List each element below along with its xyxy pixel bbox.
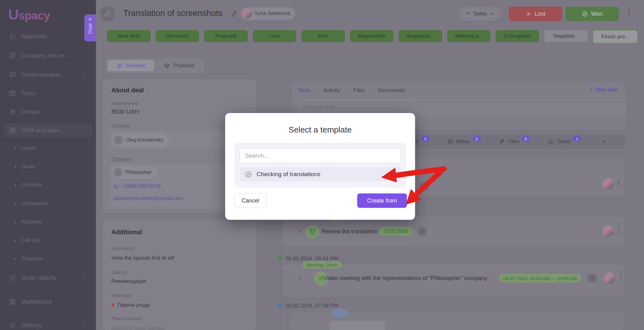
tab-activity[interactable]: Activity	[323, 87, 340, 94]
paperclip-icon	[499, 138, 505, 145]
task-due-chip: 25.01.2024	[379, 227, 413, 236]
sidebar-item-marketplace[interactable]: Marketplace	[9, 297, 88, 307]
timeline-card-file[interactable]: File	[291, 313, 624, 330]
sidebar-item-settings[interactable]: Settings	[9, 320, 88, 330]
stage-discovery[interactable]: Discovery	[156, 30, 199, 42]
drag-handle-icon[interactable]: =	[419, 181, 429, 191]
stage-meeting[interactable]: Meeting s...	[447, 30, 491, 42]
filter-lines-icon	[465, 11, 471, 17]
deal-amount-value[interactable]: 8500 UAH	[111, 108, 139, 115]
filter-chip-notes[interactable]: Notes 2	[447, 138, 481, 145]
stage-lost[interactable]: Lost	[253, 30, 297, 42]
filter-chip-partial[interactable]: s 3	[416, 138, 429, 145]
card-more-menu[interactable]	[618, 181, 619, 187]
assignee-avatar[interactable]	[602, 225, 614, 237]
deal-amount-label: Deal amount	[111, 100, 138, 106]
assignee-avatar[interactable]	[602, 178, 614, 190]
sidebar-item-activities[interactable]: Activities	[14, 218, 87, 226]
stage-finish[interactable]: Finish pro...	[593, 30, 638, 43]
gear-icon	[9, 322, 16, 329]
sidebar-item-communication[interactable]: Communication ...	[9, 70, 88, 80]
drag-handle-icon[interactable]: =	[587, 273, 597, 283]
source-value[interactable]: Рекомендація	[111, 278, 146, 284]
timeline-card-meeting[interactable]: Meeting: Done Video meeting with the rep…	[283, 264, 624, 296]
tab-documents[interactable]: Documents	[378, 87, 405, 94]
calendar-check-icon	[9, 89, 16, 97]
email-link[interactable]: philosopher.work@gmail.com	[113, 195, 183, 202]
uspacy-logo[interactable]: Uspacy	[8, 6, 50, 23]
meeting-status-chip: Meeting: Done	[303, 261, 341, 268]
template-search-input[interactable]	[240, 148, 401, 163]
owner-name: Iryna Serbeniuk	[255, 11, 290, 16]
expand-chevron-icon[interactable]	[297, 275, 303, 281]
expand-chevron-icon[interactable]	[297, 228, 303, 234]
feed-filter-bar: s 3 Notes 2 Files 5 Tasks 1	[395, 134, 626, 149]
sidebar-item-call-log[interactable]: Call log	[14, 236, 87, 245]
task-title[interactable]: Review the translation	[322, 228, 377, 235]
funnel-selector[interactable]: Sales	[460, 7, 500, 21]
tab-files[interactable]: Files	[353, 87, 365, 94]
select-template-modal: Select a template Checking of translatio…	[225, 113, 415, 220]
link-icon[interactable]	[231, 10, 238, 17]
sidebar-item-groups[interactable]: Groups	[9, 107, 88, 117]
new-task-button[interactable]: New task	[588, 87, 618, 93]
create-from-button[interactable]: Create from	[357, 193, 407, 208]
file-thumbnail[interactable]	[330, 321, 385, 330]
phone-number-placeholder[interactable]: Specify Phone number	[111, 325, 165, 330]
sidebar-item-companies[interactable]: Companies	[14, 199, 87, 208]
stage-in-progress[interactable]: In progress	[496, 30, 539, 42]
deal-side-tab[interactable]: Deal	[84, 14, 96, 41]
filter-chip-files[interactable]: Files 5	[499, 138, 530, 145]
phone-link[interactable]: +380679874078	[113, 183, 160, 190]
sidebar-item-products[interactable]: Products	[14, 254, 87, 263]
page-title: Translation of screenshots	[123, 8, 223, 18]
stage-negotiation[interactable]: Negotiation	[350, 30, 394, 42]
sidebar-item-crm-and-sales[interactable]: CRM and sales	[4, 123, 92, 138]
sidebar-item-company-and-people[interactable]: Company and pe...	[9, 51, 88, 61]
people-icon	[9, 108, 16, 116]
deal-type-value[interactable]: Гаряча угода	[111, 302, 150, 308]
sidebar-item-tasks[interactable]: Tasks	[9, 88, 88, 98]
sidebar-item-deals[interactable]: Deals	[14, 162, 87, 171]
template-option[interactable]: Checking of translations	[240, 167, 401, 181]
smart-objects-icon	[9, 274, 16, 282]
stage-acquaintance[interactable]: Acquainta...	[398, 30, 442, 42]
sidebar-item-leads[interactable]: Leads	[14, 144, 87, 153]
company-icon	[114, 168, 122, 177]
meeting-title[interactable]: Video meeting with the representatives o…	[324, 275, 487, 282]
filter-chip-tasks[interactable]: Tasks 1	[548, 138, 581, 145]
package-icon	[164, 63, 170, 69]
cancel-button[interactable]: Cancel	[234, 193, 267, 208]
owner-chip[interactable]: Iryna Serbeniuk	[241, 7, 295, 20]
card-more-menu[interactable]	[618, 227, 619, 234]
stage-negotiation-2[interactable]: Negotiati...	[544, 30, 588, 42]
pipeline-stage-bar: New deal Discovery Proposal Lost Won Neg…	[107, 30, 638, 43]
company-chip[interactable]: Philosopher	[112, 166, 157, 178]
won-button[interactable]: Won	[565, 7, 619, 21]
sidebar-item-smart-objects[interactable]: Smart objects	[9, 273, 88, 283]
comments-value[interactable]: View the layouts first of all!	[111, 255, 175, 261]
contact-chip[interactable]: Oleg Kovalevsky	[112, 134, 169, 146]
tab-note[interactable]: Note	[299, 87, 310, 94]
stage-won[interactable]: Won	[301, 30, 345, 42]
dashed-check-circle-icon	[245, 171, 252, 178]
tab-products[interactable]: Products	[154, 60, 204, 71]
header-more-menu[interactable]	[629, 10, 630, 16]
bullet-icon	[14, 203, 16, 204]
chevron-right-icon	[81, 53, 86, 58]
note-input[interactable]	[298, 99, 626, 115]
close-icon[interactable]	[88, 17, 92, 22]
card-more-menu[interactable]	[620, 274, 621, 281]
sidebar-item-contacts[interactable]: Contacts	[14, 181, 87, 189]
drag-handle-icon[interactable]: =	[418, 227, 427, 236]
sidebar-item-newsfeed[interactable]: Newsfeed	[9, 31, 88, 41]
stage-new-deal[interactable]: New deal	[107, 30, 151, 42]
chevron-down-icon[interactable]	[601, 139, 607, 144]
stage-proposal[interactable]: Proposal	[204, 30, 248, 42]
phone-number: +380679874078	[122, 183, 160, 190]
deal-entity-icon	[100, 6, 115, 21]
tab-general[interactable]: General	[108, 60, 154, 71]
lost-button[interactable]: Lost	[509, 7, 562, 21]
assignee-avatar[interactable]	[604, 273, 615, 284]
home-icon	[9, 33, 16, 40]
